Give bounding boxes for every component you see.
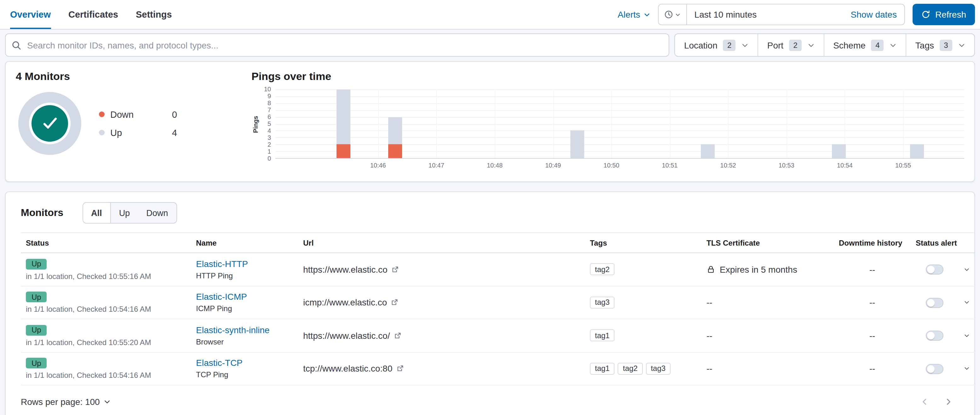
tag-badge: tag2 — [590, 263, 615, 276]
pings-bar — [570, 131, 584, 158]
expand-row-button[interactable] — [964, 298, 970, 307]
status-alert-cell — [911, 253, 959, 286]
expand-row-button[interactable] — [964, 265, 970, 274]
monitor-url-link[interactable]: icmp://www.elastic.co — [303, 298, 580, 307]
url-cell: icmp://www.elastic.co — [298, 286, 585, 319]
quick-select-time-button[interactable] — [659, 5, 687, 25]
monitor-url-link[interactable]: tcp://www.elastic.co:80 — [303, 364, 580, 374]
vertical-gridline — [728, 89, 729, 158]
status-badge: Up — [26, 258, 47, 269]
y-axis-title: Pings — [251, 89, 260, 159]
rows-per-page-selector[interactable]: Rows per page: 100 — [21, 397, 111, 407]
status-alert-toggle[interactable] — [926, 298, 943, 308]
external-link-icon — [391, 299, 398, 306]
next-page-button[interactable] — [944, 398, 953, 406]
tls-empty-value: -- — [706, 298, 713, 307]
filter-up-button[interactable]: Up — [111, 203, 138, 223]
monitor-name-link[interactable]: Elastic-ICMP — [196, 292, 293, 302]
downtime-cell: -- — [834, 319, 911, 352]
legend-row-up: Up 4 — [99, 128, 177, 138]
port-filter-dropdown[interactable]: Port 2 — [758, 34, 824, 56]
time-range-value[interactable]: Last 10 minutes — [687, 10, 843, 19]
vertical-gridline — [378, 89, 379, 158]
check-icon — [40, 114, 59, 133]
monitors-header: Monitors AllUpDown — [21, 202, 959, 223]
downtime-cell: -- — [834, 253, 911, 286]
url-cell: https://www.elastic.co — [298, 253, 585, 286]
external-link-icon — [391, 266, 399, 273]
monitor-type: Browser — [196, 337, 293, 346]
external-link-icon — [396, 365, 404, 372]
pings-bar — [701, 144, 715, 158]
vertical-gridline — [553, 89, 554, 158]
status-alert-toggle[interactable] — [926, 265, 943, 275]
up-bar-segment — [570, 131, 584, 158]
y-axis-ticks: 012345678910 — [260, 89, 275, 159]
overview-panel: 4 Monitors Down 0 — [5, 61, 975, 182]
pings-chart-plot — [275, 89, 964, 159]
alerts-dropdown[interactable]: Alerts — [617, 10, 651, 19]
scheme-filter-label: Scheme — [833, 40, 865, 50]
up-bar-segment — [832, 144, 846, 158]
column-header-tags: Tags — [585, 233, 702, 253]
snapshot-legend: Down 0 Up 4 — [99, 109, 177, 138]
status-cell: Upin 1/1 location, Checked 10:54:16 AM — [21, 352, 191, 385]
y-axis-tick-label: 3 — [267, 135, 271, 141]
column-header-status-alert: Status alert — [911, 233, 959, 253]
y-axis-tick-label: 0 — [267, 155, 271, 162]
status-alert-toggle[interactable] — [926, 364, 943, 374]
show-dates-link[interactable]: Show dates — [843, 10, 904, 19]
downtime-cell: -- — [834, 286, 911, 319]
previous-page-button[interactable] — [920, 398, 929, 406]
horizontal-gridline — [275, 97, 964, 97]
status-cell: Upin 1/1 location, Checked 10:55:20 AM — [21, 319, 191, 352]
donut-up-circle — [32, 105, 68, 142]
tab-overview[interactable]: Overview — [10, 0, 51, 29]
tags-filter-label: Tags — [915, 40, 934, 50]
pings-bar — [337, 89, 350, 158]
monitor-type: TCP Ping — [196, 371, 293, 379]
scheme-filter-count-badge: 4 — [871, 40, 884, 51]
tls-cell: Expires in 5 months — [702, 253, 834, 286]
status-cell: Upin 1/1 location, Checked 10:54:16 AM — [21, 286, 191, 319]
up-bar-segment — [910, 144, 924, 158]
vertical-gridline — [786, 89, 787, 158]
tls-empty-value: -- — [706, 364, 713, 374]
monitor-name-link[interactable]: Elastic-TCP — [196, 358, 293, 368]
monitor-url-link[interactable]: https://www.elastic.co/ — [303, 331, 580, 341]
location-filter-dropdown[interactable]: Location 2 — [675, 34, 758, 56]
tls-expiry-text: Expires in 5 months — [720, 265, 797, 274]
monitor-name-link[interactable]: Elastic-HTTP — [196, 259, 293, 269]
horizontal-gridline — [275, 151, 964, 152]
tab-certificates[interactable]: Certificates — [68, 0, 118, 29]
name-cell: Elastic-HTTPHTTP Ping — [191, 253, 298, 286]
filter-all-button[interactable]: All — [83, 203, 111, 223]
x-axis-tick-label: 10:54 — [837, 162, 853, 169]
up-bar-segment — [701, 144, 715, 158]
port-filter-label: Port — [767, 40, 783, 50]
x-axis-tick-label: 10:48 — [487, 162, 503, 169]
status-badge: Up — [26, 325, 47, 335]
status-detail: in 1/1 location, Checked 10:54:16 AM — [26, 371, 186, 380]
donut-hole — [29, 103, 71, 144]
monitor-name-link[interactable]: Elastic-synth-inline — [196, 325, 293, 335]
monitor-url-link[interactable]: https://www.elastic.co — [303, 265, 580, 274]
search-input[interactable] — [5, 33, 670, 57]
chevron-down-icon — [675, 12, 681, 17]
expand-row-button[interactable] — [964, 364, 970, 374]
monitor-url-text: https://www.elastic.co/ — [303, 331, 390, 341]
tab-settings[interactable]: Settings — [136, 0, 172, 29]
filter-down-button[interactable]: Down — [138, 203, 176, 223]
table-row: Upin 1/1 location, Checked 10:54:16 AMEl… — [21, 286, 975, 319]
tags-cell: tag1tag2tag3 — [585, 352, 702, 385]
up-legend-dot — [99, 130, 105, 135]
column-header-status: Status — [21, 233, 191, 253]
tls-certificate: Expires in 5 months — [706, 265, 829, 274]
tag-badge: tag1 — [590, 363, 615, 375]
status-alert-toggle[interactable] — [926, 331, 943, 341]
x-axis-tick-label: 10:49 — [545, 162, 561, 169]
expand-row-button[interactable] — [964, 331, 970, 341]
refresh-button[interactable]: Refresh — [913, 4, 975, 25]
tags-filter-dropdown[interactable]: Tags 3 — [906, 34, 974, 56]
scheme-filter-dropdown[interactable]: Scheme 4 — [824, 34, 906, 56]
